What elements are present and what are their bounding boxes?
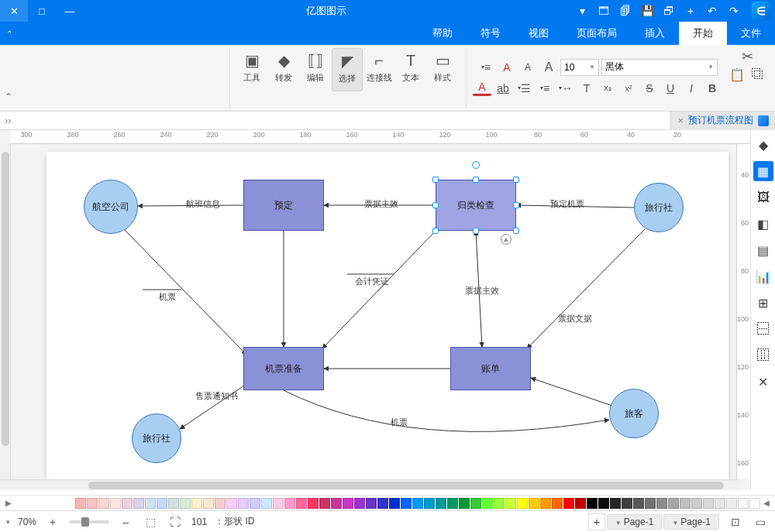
color-swatch[interactable]	[377, 498, 388, 509]
underline-button[interactable]: U	[661, 80, 680, 97]
color-swatch[interactable]	[691, 498, 702, 509]
tab-layout[interactable]: 页面布局	[563, 22, 631, 45]
side-chart-icon[interactable]: 📊	[753, 266, 773, 287]
font-color-button[interactable]: A	[473, 81, 491, 96]
resize-handle[interactable]	[473, 228, 479, 234]
color-swatch[interactable]	[587, 498, 598, 509]
style-button[interactable]: ▭样式	[427, 48, 458, 91]
tab-insert[interactable]: 插入	[631, 22, 679, 45]
document-tab[interactable]: 预订机票流程图 ×	[670, 112, 775, 130]
zoom-dropdown-icon[interactable]: ▾	[6, 518, 10, 526]
side-cross-icon[interactable]: ✕	[753, 372, 773, 392]
color-swatch[interactable]	[563, 498, 574, 509]
color-swatch[interactable]	[98, 498, 109, 509]
highlight-button[interactable]: ab	[494, 80, 512, 97]
side-layout-icon[interactable]: ▤	[753, 240, 773, 260]
color-swatch[interactable]	[354, 498, 365, 509]
toolbox-button[interactable]: ▣工具	[236, 48, 267, 91]
clear-format-button[interactable]: A	[498, 59, 516, 76]
color-swatch[interactable]	[575, 498, 586, 509]
bold-button[interactable]: B	[703, 80, 722, 97]
align-dropdown[interactable]: ≡▾	[477, 59, 495, 76]
grow-font-button[interactable]: A	[539, 59, 558, 76]
qat-new[interactable]: +	[682, 2, 699, 19]
edge-label[interactable]: 售票通知书	[195, 390, 238, 402]
resize-handle[interactable]	[513, 202, 519, 208]
view-normal-button[interactable]: ▭	[752, 513, 769, 530]
node-c1[interactable]: 旅行社	[634, 183, 684, 232]
palette-prev-icon[interactable]: ◀	[761, 497, 772, 510]
scrollbar-vertical[interactable]	[0, 144, 11, 479]
color-swatch[interactable]	[656, 498, 667, 509]
qat-undo[interactable]: ↶	[704, 2, 721, 19]
color-swatch[interactable]	[308, 498, 319, 509]
color-swatch[interactable]	[238, 498, 249, 509]
edge-label[interactable]: 票据主效	[465, 285, 499, 297]
minimize-button[interactable]: —	[56, 0, 84, 22]
color-swatch[interactable]	[738, 498, 749, 509]
tab-file[interactable]: 文件	[727, 22, 775, 45]
add-page-button[interactable]: +	[588, 513, 605, 530]
select-button[interactable]: ◤选择	[332, 48, 363, 91]
cut-button[interactable]: ✂	[739, 48, 757, 65]
color-swatch[interactable]	[215, 498, 226, 509]
color-swatch[interactable]	[494, 498, 505, 509]
color-swatch[interactable]	[505, 498, 516, 509]
color-swatch[interactable]	[226, 498, 237, 509]
node-c2[interactable]: 航空公司	[84, 180, 138, 234]
font-family-select[interactable]: 黑体▼	[601, 59, 718, 76]
color-swatch[interactable]	[389, 498, 400, 509]
menu-collapse-icon[interactable]: ⌃	[0, 22, 19, 45]
color-swatch[interactable]	[680, 498, 691, 509]
color-swatch[interactable]	[529, 498, 539, 509]
qat-redo[interactable]: ↷	[725, 2, 742, 19]
copy-button[interactable]: ⿻	[749, 66, 767, 83]
view-presentation-button[interactable]: ⊡	[727, 513, 744, 530]
color-swatch[interactable]	[470, 498, 481, 509]
qat-open[interactable]: 🗔	[595, 2, 612, 19]
edge-label[interactable]: 机票	[391, 417, 408, 428]
zoom-in-button[interactable]: +	[44, 513, 61, 530]
tab-view[interactable]: 视图	[515, 22, 563, 45]
color-swatch[interactable]	[122, 498, 133, 509]
color-swatch[interactable]	[75, 498, 86, 509]
fit-page-button[interactable]: ⛶	[167, 513, 184, 530]
color-swatch[interactable]	[540, 498, 551, 509]
resize-handle[interactable]	[513, 228, 519, 234]
connector-button[interactable]: ⌐连接线	[363, 48, 394, 91]
tab-help[interactable]: 帮助	[418, 22, 467, 45]
qat-more[interactable]: ▾	[574, 2, 591, 19]
qat-save[interactable]: 💾	[639, 2, 656, 19]
color-swatch[interactable]	[552, 498, 563, 509]
zoom-out-button[interactable]: –	[117, 513, 134, 530]
color-swatch[interactable]	[145, 498, 156, 509]
color-swatch[interactable]	[157, 498, 167, 509]
action-handle[interactable]: ▲	[501, 234, 512, 245]
zoom-slider[interactable]	[69, 520, 109, 523]
color-swatch[interactable]	[622, 498, 632, 509]
color-swatch[interactable]	[459, 498, 470, 509]
subscript-button[interactable]: x₂	[598, 80, 617, 97]
color-swatch[interactable]	[401, 498, 412, 509]
color-swatch[interactable]	[296, 498, 307, 509]
bullets-button[interactable]: ☰▾	[515, 80, 533, 97]
side-table-icon[interactable]: ⊞	[753, 293, 773, 313]
color-swatch[interactable]	[482, 498, 493, 509]
qat-print[interactable]: 🗐	[617, 2, 634, 19]
color-swatch[interactable]	[412, 498, 423, 509]
edge-label[interactable]: 预定机票	[550, 198, 584, 210]
color-swatch[interactable]	[715, 498, 725, 509]
case-button[interactable]: T	[577, 80, 596, 97]
color-swatch[interactable]	[168, 498, 179, 509]
fullscreen-button[interactable]: ⬚	[142, 513, 159, 530]
side-vstack-icon[interactable]: ⿱	[753, 319, 773, 339]
scrollbar-horizontal[interactable]	[0, 479, 739, 490]
rotate-handle[interactable]	[472, 161, 480, 169]
color-swatch[interactable]	[180, 498, 191, 509]
edge-label[interactable]: 票据主效	[364, 198, 398, 210]
color-swatch[interactable]	[598, 498, 609, 509]
color-swatch[interactable]	[633, 498, 644, 509]
qat-windows[interactable]: 🗗	[660, 2, 677, 19]
side-layers-icon[interactable]: ◧	[753, 214, 773, 234]
color-swatch[interactable]	[331, 498, 342, 509]
